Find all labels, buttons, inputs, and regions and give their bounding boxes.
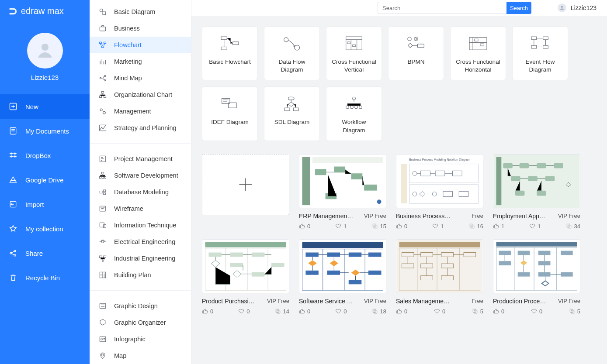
svg-rect-44: [233, 42, 239, 45]
favs[interactable]: 0: [434, 308, 445, 315]
cat-project-mgmt[interactable]: Project Management: [90, 151, 191, 167]
heart-icon: [434, 308, 440, 314]
nav-dropbox[interactable]: DropBox: [0, 143, 90, 168]
cat-map[interactable]: Map: [90, 347, 191, 364]
tile-bpmn[interactable]: BPMN: [388, 26, 444, 80]
template-card[interactable]: Software Service …VIP Free 0 0 18: [299, 239, 386, 315]
cat-marketing[interactable]: Marketing: [90, 53, 191, 70]
tile-sdl[interactable]: SDL Diagram: [264, 86, 320, 141]
likes[interactable]: 0: [396, 308, 407, 315]
nav-my-collection[interactable]: My collection: [0, 216, 90, 241]
nav-share[interactable]: Share: [0, 241, 90, 265]
tpl-name: Sales Management C…: [396, 298, 451, 305]
svg-rect-81: [373, 224, 376, 227]
nav-import[interactable]: Import: [0, 192, 90, 216]
cat-software-dev[interactable]: Software Development: [90, 167, 191, 184]
cat-mind-map[interactable]: Mind Map: [90, 70, 191, 86]
clones[interactable]: 5: [569, 308, 580, 315]
cat-strategy[interactable]: Strategy and Planning: [90, 120, 191, 136]
favs[interactable]: 0: [531, 308, 542, 315]
template-blank[interactable]: [202, 154, 289, 215]
search-button[interactable]: Search: [506, 2, 531, 14]
clones[interactable]: 34: [566, 223, 580, 230]
cat-graphic-organizer[interactable]: Graphic Organizer: [90, 314, 191, 331]
svg-rect-116: [230, 263, 243, 267]
profile: Lizzie123: [0, 22, 90, 89]
thumb-up-icon: [396, 223, 402, 229]
clones[interactable]: 18: [372, 308, 386, 315]
nav-recycle-bin[interactable]: Recycle Bin: [0, 265, 90, 290]
likes[interactable]: 0: [202, 308, 213, 315]
tile-idef[interactable]: IDEF Diagram: [202, 86, 258, 141]
svg-rect-158: [538, 272, 551, 277]
favs[interactable]: 1: [432, 223, 444, 230]
cat-label: Electrical Engineering: [114, 238, 175, 245]
favs[interactable]: 1: [335, 223, 347, 230]
likes[interactable]: 1: [493, 223, 504, 230]
avatar-small: [558, 3, 566, 12]
svg-rect-73: [312, 157, 383, 163]
nav-my-documents[interactable]: My Documents: [0, 119, 90, 143]
clones[interactable]: 16: [469, 223, 483, 230]
clones[interactable]: 15: [372, 223, 386, 230]
cat-building[interactable]: Building Plan: [90, 267, 191, 283]
template-card[interactable]: Sales Management C…Free 0 0 5: [396, 239, 483, 315]
clones[interactable]: 14: [275, 308, 289, 315]
template-card[interactable]: ERP Managemen…VIP Free 0 1 15: [299, 154, 386, 230]
avatar[interactable]: [27, 33, 63, 69]
svg-rect-10: [100, 42, 102, 43]
tpl-name: ERP Managemen…: [299, 213, 353, 220]
cat-info-tech[interactable]: Information Technique: [90, 217, 191, 234]
tile-cfh[interactable]: Cross Functional Horizontal: [450, 26, 506, 80]
template-card[interactable]: Business Process Modeling Notation Diagr…: [396, 154, 483, 230]
svg-rect-58: [543, 37, 548, 40]
tile-workflow[interactable]: Workflow Diagram: [326, 86, 382, 141]
topbar-user[interactable]: Lizzie123: [558, 3, 597, 12]
svg-point-15: [104, 79, 105, 81]
svg-rect-74: [315, 169, 326, 175]
svg-rect-60: [543, 45, 548, 48]
tile-icon: [281, 34, 303, 54]
clones[interactable]: 5: [472, 308, 483, 315]
cat-basic-diagram[interactable]: Basic Diagram: [90, 3, 191, 20]
cat-org-chart[interactable]: Organizational Chart: [90, 86, 191, 103]
cat-flowchart[interactable]: Flowchart: [90, 37, 191, 53]
svg-rect-65: [293, 108, 298, 111]
svg-point-51: [408, 37, 411, 41]
cat-database[interactable]: Database Modeling: [90, 184, 191, 200]
template-card[interactable]: Production Proce…VIP Free 0 0 5: [493, 239, 580, 315]
svg-rect-77: [364, 185, 377, 191]
cat-infographic[interactable]: Infographic: [90, 331, 191, 347]
cat-electrical[interactable]: Electrical Engineering: [90, 234, 191, 250]
tile-cfv[interactable]: Cross Functional Vertical: [326, 26, 382, 80]
nav-google-drive[interactable]: Google Drive: [0, 168, 90, 192]
tile-efd[interactable]: Event Flow Diagram: [512, 26, 568, 80]
likes[interactable]: 0: [299, 223, 310, 230]
cat-management[interactable]: Management: [90, 103, 191, 120]
favs[interactable]: 0: [335, 308, 347, 315]
likes[interactable]: 0: [299, 308, 310, 315]
favs[interactable]: 0: [238, 308, 250, 315]
search-input[interactable]: [378, 2, 506, 14]
svg-rect-49: [347, 42, 350, 44]
info-tech-icon: [98, 221, 107, 230]
template-card[interactable]: Employment App…VIP Free 1 1 34: [493, 154, 580, 230]
tile-dfd[interactable]: Data Flow Diagram: [264, 26, 320, 80]
svg-point-7: [100, 9, 103, 12]
svg-point-0: [42, 44, 49, 51]
nav-new[interactable]: New: [0, 94, 90, 119]
tile-icon: [343, 94, 365, 114]
cat-business[interactable]: Business: [90, 20, 191, 37]
tile-basic-flowchart[interactable]: Basic Flowchart: [202, 26, 258, 80]
tpl-badge: VIP Free: [558, 298, 580, 304]
svg-rect-153: [538, 251, 551, 255]
likes[interactable]: 0: [396, 223, 407, 230]
template-card[interactable]: Product Purchasi…VIP Free 0 0 14: [202, 239, 289, 315]
favs[interactable]: 1: [529, 223, 541, 230]
cat-wireframe[interactable]: Wireframe: [90, 200, 191, 217]
cat-graphic-design[interactable]: Graphic Design: [90, 298, 191, 314]
likes[interactable]: 0: [493, 308, 504, 315]
cat-industrial[interactable]: Industrial Engineering: [90, 250, 191, 267]
profile-name: Lizzie123: [31, 74, 59, 81]
tile-label: Data Flow Diagram: [268, 58, 316, 74]
